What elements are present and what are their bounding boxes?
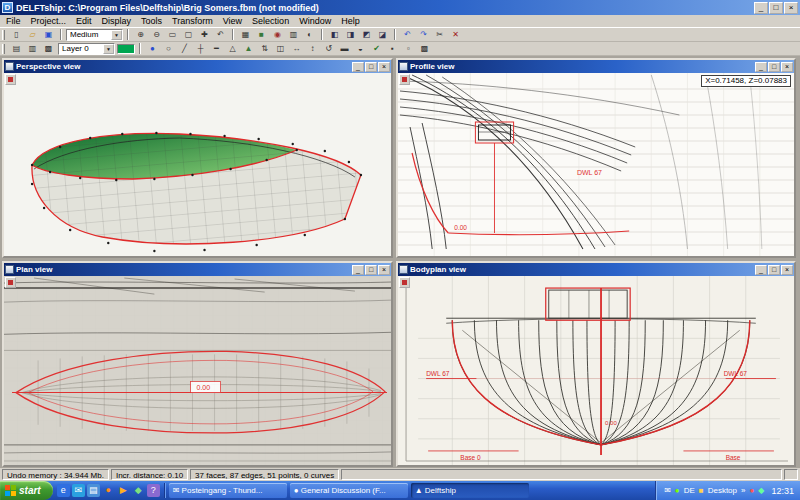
new-file-icon[interactable]: ▯	[9, 29, 24, 41]
bodyplan-view-canvas[interactable]: DWL 67 DWL 67 Base 0 Base 0.00	[398, 276, 794, 465]
perspective-view-titlebar[interactable]: Perspective view _ □ ×	[4, 60, 391, 73]
active-layer-dropdown[interactable]: Layer 0 ▼	[58, 43, 115, 55]
insert-plane-icon[interactable]: ▬	[337, 43, 352, 55]
menu-edit[interactable]: Edit	[71, 16, 97, 26]
quicklaunch-mail-icon[interactable]: ✉	[72, 484, 85, 497]
zoom-extents-icon[interactable]: ▭	[165, 29, 180, 41]
add-point-icon[interactable]: ●	[145, 43, 160, 55]
quicklaunch-browser-icon[interactable]: e	[57, 484, 70, 497]
child-close-button[interactable]: ×	[781, 62, 793, 72]
tray-network-icon[interactable]: ◆	[758, 487, 764, 495]
view-options-icon[interactable]	[5, 74, 16, 85]
collapse-edge-icon[interactable]: ━	[209, 43, 224, 55]
plan-window-icon[interactable]: ◩	[359, 29, 374, 41]
child-minimize-button[interactable]: _	[352, 265, 364, 275]
crease-edge-icon[interactable]: △	[225, 43, 240, 55]
environment-map-icon[interactable]: ◐	[302, 29, 317, 41]
redo-icon[interactable]: ↷	[416, 29, 431, 41]
child-maximize-button[interactable]: □	[365, 265, 377, 275]
delete-icon[interactable]: ✕	[448, 29, 463, 41]
quicklaunch-help-icon[interactable]: ?	[147, 484, 160, 497]
shade-icon[interactable]: ■	[254, 29, 269, 41]
start-button[interactable]: start	[0, 481, 53, 500]
view-options-icon[interactable]	[399, 277, 410, 288]
pan-icon[interactable]: ✚	[197, 29, 212, 41]
tray-language-indicator[interactable]: DE	[684, 487, 695, 495]
minimize-button[interactable]: _	[754, 2, 768, 14]
zoom-out-icon[interactable]: ⊖	[149, 29, 164, 41]
menu-help[interactable]: Help	[336, 16, 365, 26]
maximize-button[interactable]: □	[769, 2, 783, 14]
toolbar-grip[interactable]	[2, 44, 5, 54]
tray-mail-icon[interactable]: ✉	[664, 487, 671, 495]
profile-view-canvas[interactable]: 0.00 DWL 67 X=0.71458, Z=0.07883	[398, 73, 794, 256]
quicklaunch-media-player-icon[interactable]: ▶	[117, 484, 130, 497]
rotate-icon[interactable]: ↺	[321, 43, 336, 55]
previous-view-icon[interactable]: ↶	[213, 29, 228, 41]
child-maximize-button[interactable]: □	[365, 62, 377, 72]
mirror-icon[interactable]: ◫	[273, 43, 288, 55]
tray-chevron-icon[interactable]: »	[741, 487, 745, 495]
perspective-view-canvas[interactable]	[4, 73, 391, 256]
unlock-points-icon[interactable]: ▫	[401, 43, 416, 55]
wireframe-icon[interactable]: ▦	[238, 29, 253, 41]
plan-view-canvas[interactable]: 0.00	[4, 276, 391, 465]
profile-window-icon[interactable]: ◨	[343, 29, 358, 41]
flip-normal-icon[interactable]: ⇅	[257, 43, 272, 55]
menu-project[interactable]: Project...	[26, 16, 72, 26]
bodyplan-window-icon[interactable]: ◪	[375, 29, 390, 41]
taskbar-task-delftship[interactable]: ▲ Delftship	[411, 483, 529, 498]
quicklaunch-show-desktop-icon[interactable]: ▤	[87, 484, 100, 497]
child-maximize-button[interactable]: □	[768, 62, 780, 72]
close-button[interactable]: ×	[784, 2, 798, 14]
quicklaunch-firefox-icon[interactable]: ●	[102, 484, 115, 497]
tray-alert-icon[interactable]: ●	[749, 487, 754, 495]
bodyplan-view-titlebar[interactable]: Bodyplan view _ □ ×	[398, 263, 794, 276]
menu-view[interactable]: View	[218, 16, 247, 26]
tray-update-icon[interactable]: ■	[699, 487, 704, 495]
menu-window[interactable]: Window	[294, 16, 336, 26]
resize-grip[interactable]	[784, 469, 798, 480]
new-face-icon[interactable]: ▲	[241, 43, 256, 55]
cut-icon[interactable]: ✂	[432, 29, 447, 41]
plan-view-titlebar[interactable]: Plan view _ □ ×	[4, 263, 391, 276]
gauss-curvature-icon[interactable]: ◉	[270, 29, 285, 41]
dropdown-arrow-icon[interactable]: ▼	[103, 44, 114, 54]
menu-transform[interactable]: Transform	[167, 16, 218, 26]
new-layer-icon[interactable]: ▤	[9, 43, 24, 55]
new-edge-icon[interactable]: ╱	[177, 43, 192, 55]
tray-shield-icon[interactable]: ●	[675, 487, 680, 495]
scale-icon[interactable]: ↔	[289, 43, 304, 55]
child-minimize-button[interactable]: _	[755, 265, 767, 275]
collapse-point-icon[interactable]: ○	[161, 43, 176, 55]
view-options-icon[interactable]	[5, 277, 16, 288]
zoom-window-icon[interactable]: ▢	[181, 29, 196, 41]
check-model-icon[interactable]: ✔	[369, 43, 384, 55]
child-maximize-button[interactable]: □	[768, 265, 780, 275]
menu-selection[interactable]: Selection	[247, 16, 294, 26]
tray-desktop-toolbar[interactable]: Desktop	[708, 487, 737, 495]
open-file-icon[interactable]: ▱	[25, 29, 40, 41]
perspective-window-icon[interactable]: ◧	[327, 29, 342, 41]
quicklaunch-messenger-icon[interactable]: ◆	[132, 484, 145, 497]
view-options-icon[interactable]	[399, 74, 410, 85]
menu-tools[interactable]: Tools	[136, 16, 167, 26]
taskbar-task-thunderbird[interactable]: ✉ Posteingang - Thund...	[169, 483, 287, 498]
menu-display[interactable]: Display	[97, 16, 137, 26]
toolbar-grip[interactable]	[2, 30, 5, 40]
select-all-icon[interactable]: ▩	[417, 43, 432, 55]
dropdown-arrow-icon[interactable]: ▼	[111, 30, 122, 40]
intersect-layers-icon[interactable]: ◒	[353, 43, 368, 55]
child-close-button[interactable]: ×	[378, 265, 390, 275]
menu-file[interactable]: File	[1, 16, 26, 26]
child-minimize-button[interactable]: _	[352, 62, 364, 72]
child-close-button[interactable]: ×	[781, 265, 793, 275]
zoom-in-icon[interactable]: ⊕	[133, 29, 148, 41]
precision-dropdown[interactable]: Medium ▼	[66, 29, 123, 41]
lock-points-icon[interactable]: ▪	[385, 43, 400, 55]
child-close-button[interactable]: ×	[378, 62, 390, 72]
taskbar-task-forum[interactable]: ● General Discussion (F...	[290, 483, 408, 498]
layer-color-swatch[interactable]	[117, 44, 135, 54]
move-icon[interactable]: ↕	[305, 43, 320, 55]
undo-icon[interactable]: ↶	[400, 29, 415, 41]
